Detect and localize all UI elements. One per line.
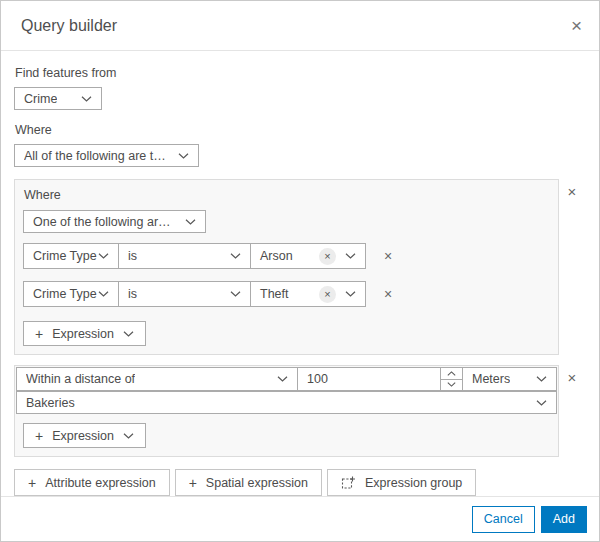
spatial-clause-select[interactable]: Within a distance of: [16, 367, 298, 391]
operator-select-value: is: [128, 249, 137, 263]
distance-number-field: [297, 367, 463, 391]
chevron-down-icon: [178, 153, 189, 159]
expression-actions: + Attribute expression + Spatial express…: [14, 469, 585, 496]
unit-select[interactable]: Meters: [462, 367, 557, 391]
cancel-button[interactable]: Cancel: [472, 506, 535, 533]
expression-row: Crime Type is Arson × ×: [23, 243, 550, 269]
remove-group-icon[interactable]: ×: [559, 370, 585, 385]
chevron-down-icon: [277, 376, 288, 382]
expression-row: Crime Type is Theft × ×: [23, 281, 550, 307]
query-builder-dialog: Query builder × Find features from Crime…: [0, 0, 600, 542]
chevron-up-icon: [447, 371, 456, 376]
operator-select[interactable]: is: [118, 243, 251, 269]
dialog-body: Find features from Crime Where All of th…: [1, 51, 599, 496]
target-layer-select[interactable]: Bakeries: [16, 391, 557, 414]
dialog-title: Query builder: [21, 17, 117, 35]
value-select[interactable]: Arson ×: [250, 243, 366, 269]
expression-group-1: Where One of the following are tr… Crime…: [14, 179, 585, 355]
remove-expression-icon[interactable]: ×: [384, 287, 392, 301]
chevron-down-icon: [98, 253, 109, 259]
expression-group-icon: [341, 475, 356, 490]
dialog-header: Query builder ×: [1, 1, 599, 51]
distance-clause-row: Within a distance of: [16, 367, 557, 391]
chevron-down-icon: [230, 291, 241, 297]
group-where-label: Where: [24, 188, 550, 202]
target-layer-value: Bakeries: [26, 396, 75, 410]
plus-icon: +: [189, 476, 197, 490]
dialog-footer: Cancel Add: [1, 496, 599, 541]
chevron-down-icon: [536, 400, 547, 406]
value-select-value: Theft: [260, 287, 289, 301]
field-select-value: Crime Type: [33, 249, 97, 263]
chevron-down-icon: [81, 96, 92, 102]
field-select[interactable]: Crime Type: [23, 281, 119, 307]
stepper-up-button[interactable]: [441, 368, 462, 380]
number-stepper: [440, 368, 462, 390]
chevron-down-icon: [185, 219, 196, 225]
add-expression-button[interactable]: + Expression: [23, 321, 146, 346]
add-expression-label: Expression: [52, 429, 114, 443]
layer-select[interactable]: Crime: [14, 87, 102, 110]
where-operator-value: All of the following are true: [24, 149, 168, 163]
where-operator-select[interactable]: All of the following are true: [14, 144, 199, 167]
chevron-down-icon: [123, 433, 134, 439]
add-expression-label: Expression: [52, 327, 114, 341]
unit-select-value: Meters: [472, 372, 510, 386]
add-expression-group-button[interactable]: Expression group: [327, 469, 476, 496]
distance-input[interactable]: [298, 368, 440, 390]
add-button[interactable]: Add: [541, 506, 587, 533]
remove-group-icon[interactable]: ×: [559, 184, 585, 199]
add-expression-button[interactable]: + Expression: [23, 423, 146, 448]
field-select[interactable]: Crime Type: [23, 243, 119, 269]
chevron-down-icon: [345, 253, 356, 259]
chevron-down-icon: [98, 291, 109, 297]
add-spatial-expression-button[interactable]: + Spatial expression: [175, 469, 322, 496]
attribute-expression-label: Attribute expression: [45, 476, 155, 490]
chevron-down-icon: [447, 382, 456, 387]
chevron-down-icon: [536, 376, 547, 382]
chevron-down-icon: [230, 253, 241, 259]
value-select[interactable]: Theft ×: [250, 281, 366, 307]
spatial-expression-label: Spatial expression: [206, 476, 308, 490]
remove-expression-icon[interactable]: ×: [384, 249, 392, 263]
group-operator-value: One of the following are tr…: [33, 215, 175, 229]
close-icon[interactable]: ×: [571, 16, 582, 35]
expression-group-1-box: Where One of the following are tr… Crime…: [14, 179, 559, 355]
value-chip-remove-icon[interactable]: ×: [319, 286, 336, 303]
group-operator-select[interactable]: One of the following are tr…: [23, 210, 206, 233]
value-select-value: Arson: [260, 249, 293, 263]
plus-icon: +: [35, 327, 43, 341]
target-layer-row: Bakeries: [16, 391, 557, 415]
value-chip-remove-icon[interactable]: ×: [319, 248, 336, 265]
expression-group-2-box: Within a distance of: [14, 365, 559, 457]
operator-select[interactable]: is: [118, 281, 251, 307]
plus-icon: +: [28, 476, 36, 490]
group2-footer: + Expression: [15, 415, 558, 456]
stepper-down-button[interactable]: [441, 380, 462, 391]
expression-group-label: Expression group: [365, 476, 462, 490]
add-attribute-expression-button[interactable]: + Attribute expression: [14, 469, 170, 496]
operator-select-value: is: [128, 287, 137, 301]
field-select-value: Crime Type: [33, 287, 97, 301]
plus-icon: +: [35, 429, 43, 443]
expression-group-2: Within a distance of: [14, 365, 585, 457]
find-features-label: Find features from: [15, 66, 585, 80]
where-label: Where: [15, 123, 585, 137]
chevron-down-icon: [345, 291, 356, 297]
spatial-clause-value: Within a distance of: [26, 372, 135, 386]
layer-select-value: Crime: [24, 92, 57, 106]
chevron-down-icon: [123, 331, 134, 337]
